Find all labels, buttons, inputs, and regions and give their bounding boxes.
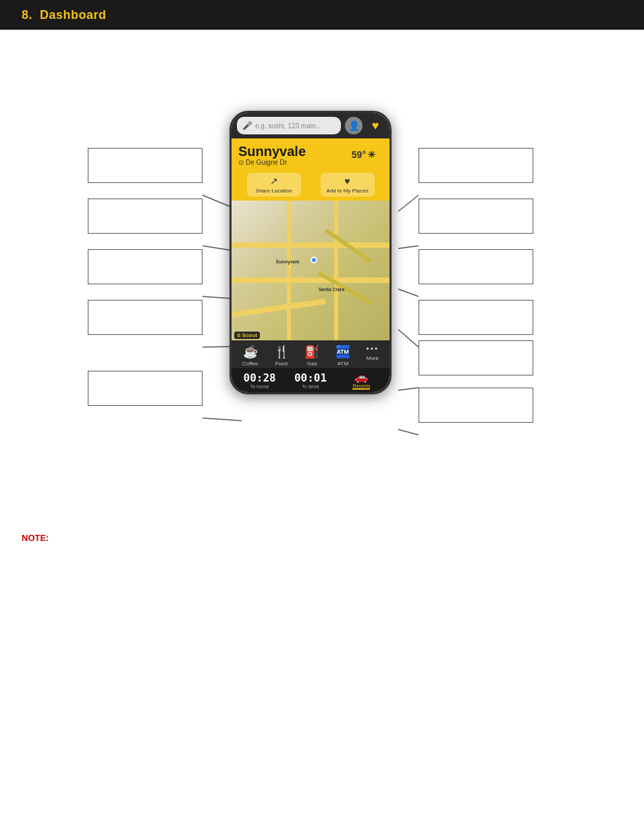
add-to-my-places-button[interactable]: ♥ Add to My Places bbox=[321, 173, 375, 197]
gas-icon: ⛽ bbox=[304, 344, 319, 359]
section-title: 8. Dashboard bbox=[22, 8, 107, 22]
map-santaclara-label: Santa Clara bbox=[319, 287, 345, 292]
callout-right-2 bbox=[419, 199, 533, 234]
to-work-item[interactable]: 00:01 To Work bbox=[286, 371, 334, 389]
more-icon: ••• bbox=[367, 344, 379, 354]
temperature-display: 59° ☀ bbox=[352, 149, 376, 160]
svg-line-9 bbox=[398, 388, 419, 390]
recents-car-icon: 🚗 bbox=[354, 371, 368, 384]
callout-right-6 bbox=[419, 388, 533, 423]
to-work-label: To Work bbox=[302, 384, 319, 389]
svg-line-5 bbox=[398, 195, 419, 211]
weather-sun-icon: ☀ bbox=[367, 149, 376, 160]
share-label: Share Location bbox=[256, 188, 292, 194]
recents-label: Recents bbox=[352, 384, 370, 390]
food-icon: 🍴 bbox=[274, 344, 289, 359]
phone-screen: 🎤 e.g. sushi, 123 main... 👤 ♥ Sunnyvale … bbox=[232, 113, 390, 392]
search-input-area[interactable]: 🎤 e.g. sushi, 123 main... bbox=[237, 117, 341, 134]
header-bar: 8. Dashboard bbox=[0, 0, 644, 30]
callout-left-2 bbox=[88, 199, 203, 234]
share-icon: ↗ bbox=[270, 176, 278, 186]
main-content: 🎤 e.g. sushi, 123 main... 👤 ♥ Sunnyvale … bbox=[0, 30, 644, 834]
callout-right-4 bbox=[419, 300, 533, 335]
gas-label: Gas bbox=[307, 361, 317, 367]
scout-logo: S Scout bbox=[234, 332, 260, 339]
share-location-button[interactable]: ↗ Share Location bbox=[247, 173, 301, 197]
callout-right-5 bbox=[419, 340, 533, 375]
callout-left-3 bbox=[88, 249, 203, 284]
more-link[interactable]: ••• More bbox=[367, 344, 379, 367]
search-bar: 🎤 e.g. sushi, 123 main... 👤 ♥ bbox=[232, 113, 390, 138]
mic-icon: 🎤 bbox=[242, 121, 252, 130]
search-placeholder-text: e.g. sushi, 123 main... bbox=[255, 122, 321, 130]
atm-icon: 🏧 bbox=[336, 344, 350, 359]
profile-icon[interactable]: 👤 bbox=[345, 117, 363, 134]
svg-line-8 bbox=[398, 330, 419, 347]
location-header-inner: Sunnyvale ⊙ De Guigne Dr 59° ☀ bbox=[238, 144, 383, 166]
svg-line-7 bbox=[398, 289, 419, 296]
to-home-label: To Home bbox=[250, 384, 269, 389]
map-area: Sunnyvale Santa Clara S Scout bbox=[232, 201, 390, 340]
note-section: NOTE: bbox=[22, 531, 49, 544]
to-home-item[interactable]: 00:28 To Home bbox=[236, 371, 284, 389]
callout-left-5 bbox=[88, 371, 203, 406]
add-places-label: Add to My Places bbox=[326, 188, 368, 194]
svg-line-6 bbox=[398, 246, 419, 249]
heart-icon: ♥ bbox=[344, 176, 350, 186]
quick-links-row: ☕ Coffee 🍴 Food ⛽ Gas 🏧 ATM ••• More bbox=[232, 340, 390, 368]
svg-line-10 bbox=[398, 429, 419, 435]
food-link[interactable]: 🍴 Food bbox=[274, 344, 289, 367]
callout-left-1 bbox=[88, 148, 203, 183]
callout-right-1 bbox=[419, 148, 533, 183]
recents-item[interactable]: 🚗 Recents bbox=[338, 371, 385, 390]
coffee-link[interactable]: ☕ Coffee bbox=[242, 344, 258, 367]
note-label: NOTE: bbox=[22, 533, 49, 543]
favorites-icon[interactable]: ♥ bbox=[367, 117, 384, 134]
food-label: Food bbox=[275, 361, 288, 367]
user-location-dot bbox=[311, 257, 317, 263]
location-pin-icon: ⊙ bbox=[238, 159, 244, 166]
bottom-nav: 00:28 To Home 00:01 To Work 🚗 Recents bbox=[232, 368, 390, 392]
atm-link[interactable]: 🏧 ATM bbox=[336, 344, 350, 367]
map-sunnyvale-label: Sunnyvale bbox=[276, 259, 300, 264]
more-label: More bbox=[367, 355, 379, 361]
coffee-icon: ☕ bbox=[243, 344, 258, 359]
atm-label: ATM bbox=[338, 361, 348, 367]
phone-mockup: 🎤 e.g. sushi, 123 main... 👤 ♥ Sunnyvale … bbox=[230, 111, 392, 394]
to-work-time: 00:01 bbox=[294, 371, 327, 384]
callout-left-4 bbox=[88, 300, 203, 335]
to-home-time: 00:28 bbox=[244, 371, 276, 384]
gas-link[interactable]: ⛽ Gas bbox=[304, 344, 319, 367]
callout-right-3 bbox=[419, 249, 533, 284]
action-row: ↗ Share Location ♥ Add to My Places bbox=[232, 170, 390, 201]
coffee-label: Coffee bbox=[242, 361, 258, 367]
location-header: Sunnyvale ⊙ De Guigne Dr 59° ☀ bbox=[232, 138, 390, 170]
svg-line-4 bbox=[203, 418, 242, 421]
